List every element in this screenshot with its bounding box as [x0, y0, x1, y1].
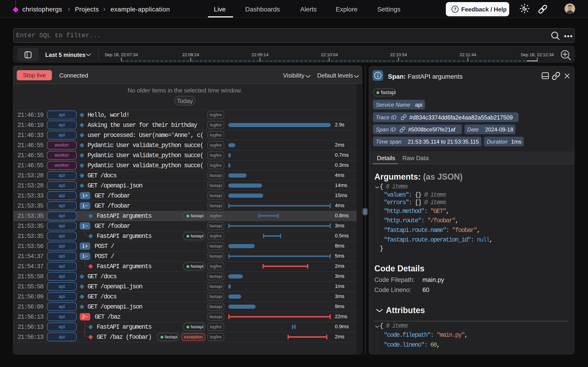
svg-text:?: ?	[454, 7, 456, 11]
